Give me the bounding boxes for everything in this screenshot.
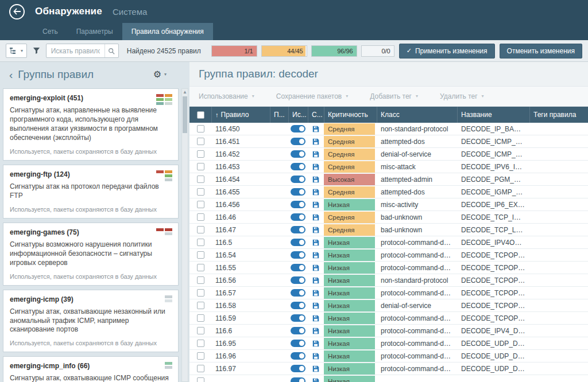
save-packets-icon[interactable]	[312, 328, 319, 334]
table-row[interactable]: 116.455 Средняя attempted-dos DECODE_IGM…	[189, 186, 588, 198]
save-packets-icon[interactable]	[312, 201, 319, 208]
rule-enabled-toggle[interactable]	[291, 251, 305, 259]
row-checkbox[interactable]	[197, 188, 204, 196]
rule-group-card[interactable]: emerging-exploit (451) Сигнатуры атак, н…	[3, 88, 179, 161]
counter-chip[interactable]: 0/0	[361, 45, 394, 57]
row-checkbox[interactable]	[197, 176, 204, 183]
rule-enabled-toggle[interactable]	[291, 176, 305, 183]
row-checkbox[interactable]	[197, 150, 204, 158]
save-packets-icon[interactable]	[312, 239, 319, 246]
save-packets-icon[interactable]	[312, 189, 319, 196]
rule-enabled-toggle[interactable]	[291, 188, 305, 196]
rule-enabled-toggle[interactable]	[291, 264, 305, 271]
row-checkbox[interactable]	[197, 302, 204, 309]
table-row[interactable]: 116.6 Низкая protocol-command-dec... DEC…	[189, 325, 588, 337]
rule-enabled-toggle[interactable]	[291, 377, 305, 382]
save-packets-icon[interactable]	[312, 340, 319, 347]
action-dropdown[interactable]: Использование ▾	[199, 92, 254, 100]
save-packets-icon[interactable]	[312, 353, 319, 360]
tab[interactable]: Сеть	[33, 23, 67, 40]
row-checkbox[interactable]	[197, 239, 204, 246]
row-checkbox[interactable]	[197, 327, 204, 334]
save-packets-icon[interactable]	[312, 214, 319, 221]
counter-chip[interactable]: 96/96	[311, 45, 357, 57]
table-row[interactable]: 116.451 Средняя attempted-dos DECODE_ICM…	[189, 135, 588, 148]
filter-button[interactable]	[32, 44, 41, 58]
table-row[interactable]: 116.453 Средняя misc-attack DECODE_IPV6_…	[189, 161, 588, 173]
rule-group-card[interactable]: emerging-ftp (124) Сигнатуры атак на про…	[3, 165, 179, 219]
groups-scrollbar[interactable]: ▲	[181, 88, 188, 382]
action-dropdown[interactable]: Добавить тег ▾	[370, 92, 418, 100]
column-rule[interactable]: ↑Правило	[211, 107, 270, 123]
table-row[interactable]: 116.59 Низкая protocol-command-dec... DE…	[189, 312, 588, 325]
action-dropdown[interactable]: Сохранение пакетов ▾	[276, 92, 348, 100]
rule-enabled-toggle[interactable]	[291, 365, 305, 372]
select-all-checkbox[interactable]	[197, 111, 204, 119]
save-packets-icon[interactable]	[312, 126, 319, 132]
save-packets-icon[interactable]	[312, 290, 319, 297]
rule-enabled-toggle[interactable]	[291, 239, 305, 246]
table-row[interactable]: 116.95 Низкая protocol-command-dec... DE…	[189, 337, 588, 350]
rule-enabled-toggle[interactable]	[291, 289, 305, 297]
save-packets-icon[interactable]	[312, 365, 319, 372]
row-checkbox[interactable]	[197, 138, 204, 145]
table-row[interactable]: 116.456 Низкая misc-activity DECODE_IP6_…	[189, 198, 588, 211]
save-packets-icon[interactable]	[312, 252, 319, 259]
save-packets-icon[interactable]	[312, 151, 319, 158]
column-save[interactable]: С...	[308, 107, 324, 123]
row-checkbox[interactable]	[197, 352, 204, 360]
counter-chip[interactable]: 1/1	[211, 45, 257, 57]
rule-enabled-toggle[interactable]	[291, 213, 305, 221]
search-input[interactable]	[47, 47, 105, 55]
row-checkbox[interactable]	[197, 314, 204, 322]
rule-group-card[interactable]: emerging-icmp_info (66) Сигнатуры атак, …	[3, 356, 179, 382]
rule-enabled-toggle[interactable]	[291, 327, 305, 334]
tab[interactable]: Параметры	[67, 23, 122, 40]
row-checkbox[interactable]	[197, 340, 204, 347]
rule-group-card[interactable]: emerging-icmp (39) Сигнатуры атак, охват…	[3, 290, 179, 353]
save-packets-icon[interactable]	[312, 227, 319, 233]
row-checkbox[interactable]	[197, 213, 204, 221]
save-packets-icon[interactable]	[312, 277, 319, 284]
row-checkbox[interactable]	[197, 377, 204, 382]
rule-enabled-toggle[interactable]	[291, 276, 305, 284]
tab[interactable]: Правила обнаружения	[122, 23, 213, 40]
rule-enabled-toggle[interactable]	[291, 125, 305, 132]
column-severity[interactable]: Критичность	[324, 107, 377, 123]
cancel-changes-button[interactable]: Отменить изменения	[500, 44, 582, 59]
save-packets-icon[interactable]	[312, 315, 319, 322]
apply-changes-button[interactable]: ✓ Применить изменения	[399, 44, 495, 59]
groups-settings-button[interactable]: ⚙ ▾	[153, 70, 181, 79]
save-packets-icon[interactable]	[312, 378, 319, 382]
table-row[interactable]: 116.47 Средняя bad-unknown DECODE_TCP_LA…	[189, 224, 588, 236]
column-class[interactable]: Класс	[377, 107, 457, 123]
collapse-panel-icon[interactable]: ‹	[9, 69, 13, 80]
table-row[interactable]: 116.58 Низкая denial-of-service DECODE_T…	[189, 299, 588, 312]
menu-system[interactable]: Система	[113, 7, 147, 17]
action-dropdown[interactable]: Удалить тег ▾	[440, 92, 484, 100]
scrollbar-thumb[interactable]	[183, 96, 187, 133]
row-checkbox[interactable]	[197, 251, 204, 259]
rule-enabled-toggle[interactable]	[291, 150, 305, 158]
rule-enabled-toggle[interactable]	[291, 314, 305, 322]
column-usage[interactable]: Ис...	[288, 107, 308, 123]
scroll-up-icon[interactable]: ▲	[182, 89, 188, 96]
rule-enabled-toggle[interactable]	[291, 163, 305, 170]
save-packets-icon[interactable]	[312, 176, 319, 183]
table-row[interactable]: 116.56 Низкая non-standard-protocol DECO…	[189, 274, 588, 287]
rule-enabled-toggle[interactable]	[291, 352, 305, 360]
rule-enabled-toggle[interactable]	[291, 138, 305, 145]
table-row[interactable]: 116.54 Низкая protocol-command-dec... DE…	[189, 249, 588, 262]
row-checkbox[interactable]	[197, 289, 204, 297]
save-packets-icon[interactable]	[312, 163, 319, 170]
table-row[interactable]: 116.96 Низкая protocol-command-dec... DE…	[189, 350, 588, 362]
save-packets-icon[interactable]	[312, 264, 319, 271]
column-p[interactable]: П...	[270, 107, 288, 123]
rule-enabled-toggle[interactable]	[291, 201, 305, 208]
table-row[interactable]: 116.46 Средняя bad-unknown DECODE_TCP_IN…	[189, 211, 588, 224]
rule-group-card[interactable]: emerging-games (75) Сигнатуры возможного…	[3, 223, 179, 286]
save-packets-icon[interactable]	[312, 138, 319, 145]
row-checkbox[interactable]	[197, 226, 204, 233]
counter-chip[interactable]: 44/45	[261, 45, 307, 57]
column-name[interactable]: Название	[457, 107, 529, 123]
